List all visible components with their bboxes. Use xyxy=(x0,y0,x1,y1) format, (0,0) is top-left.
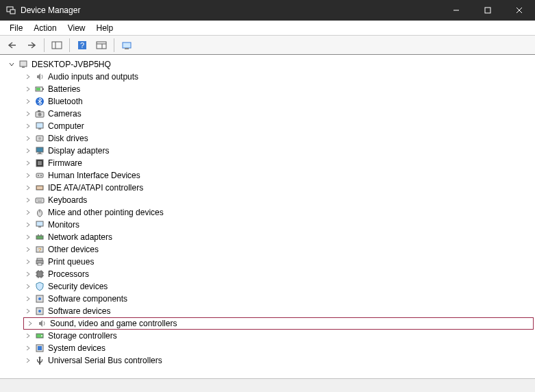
tree-item[interactable]: Software devices xyxy=(23,305,534,317)
statusbar xyxy=(0,378,535,392)
network-icon xyxy=(34,232,45,243)
tree-item-label: Monitors xyxy=(48,220,79,230)
menu-file[interactable]: File xyxy=(4,22,28,34)
scan-hardware-button[interactable] xyxy=(119,38,135,53)
chevron-right-icon[interactable] xyxy=(23,208,33,217)
tree-item[interactable]: Batteries xyxy=(23,83,534,95)
toolbar: ? xyxy=(0,36,535,55)
menu-action[interactable]: Action xyxy=(28,22,62,34)
tree-item[interactable]: Display adapters xyxy=(23,145,534,157)
tree-item-label: Universal Serial Bus controllers xyxy=(48,356,162,365)
maximize-button[interactable] xyxy=(472,0,503,21)
tree-item[interactable]: Sound, video and game controllers xyxy=(23,317,534,330)
tree-item-label: Software devices xyxy=(48,306,110,316)
chevron-right-icon[interactable] xyxy=(23,158,33,168)
chevron-right-icon[interactable] xyxy=(23,72,33,82)
minimize-button[interactable] xyxy=(440,0,472,21)
computer-icon xyxy=(18,59,29,70)
tree-root-node[interactable]: DESKTOP-JVBP5HQ xyxy=(7,58,534,71)
svg-text:?: ? xyxy=(80,41,84,49)
chevron-right-icon[interactable] xyxy=(25,319,35,328)
bluetooth-icon xyxy=(34,96,45,107)
chevron-right-icon[interactable] xyxy=(23,183,33,193)
tree-item[interactable]: IDE ATA/ATAPI controllers xyxy=(23,182,534,194)
chevron-right-icon[interactable] xyxy=(23,257,33,267)
mouse-icon xyxy=(34,207,45,218)
device-manager-icon xyxy=(5,5,16,16)
chevron-right-icon[interactable] xyxy=(23,306,33,316)
tree-item[interactable]: Computer xyxy=(23,120,534,132)
tree-item-label: Other devices xyxy=(48,245,99,254)
tree-item-label: Software components xyxy=(48,294,127,304)
tree-item-label: Human Interface Devices xyxy=(48,171,140,180)
window-title: Device Manager xyxy=(21,5,80,15)
tree-item[interactable]: Other devices xyxy=(23,243,534,256)
chevron-right-icon[interactable] xyxy=(23,245,33,254)
chevron-right-icon[interactable] xyxy=(23,269,33,279)
tree-root-label: DESKTOP-JVBP5HQ xyxy=(32,60,111,69)
tree-item[interactable]: Keyboards xyxy=(23,194,534,206)
tree-item-label: Firmware xyxy=(48,158,82,168)
chevron-right-icon[interactable] xyxy=(23,232,33,242)
usb-icon xyxy=(34,355,45,366)
tree-item-label: Bluetooth xyxy=(48,97,83,106)
menu-help[interactable]: Help xyxy=(91,22,119,34)
tree-item-label: Audio inputs and outputs xyxy=(48,72,138,82)
chevron-right-icon[interactable] xyxy=(23,195,33,205)
svg-rect-13 xyxy=(123,42,131,48)
chevron-right-icon[interactable] xyxy=(23,109,33,119)
chevron-right-icon[interactable] xyxy=(23,171,33,180)
tree-item-label: Disk drives xyxy=(48,134,88,143)
forward-button[interactable] xyxy=(23,38,40,53)
tree-item[interactable]: Human Interface Devices xyxy=(23,169,534,182)
device-tree-panel: DESKTOP-JVBP5HQ Audio inputs and outputs… xyxy=(0,55,535,378)
tree-item[interactable]: Firmware xyxy=(23,157,534,169)
chevron-right-icon[interactable] xyxy=(23,134,33,143)
tree-item[interactable]: Network adapters xyxy=(23,231,534,243)
chevron-right-icon[interactable] xyxy=(23,343,33,353)
chevron-right-icon[interactable] xyxy=(23,331,33,341)
tree-item[interactable]: Monitors xyxy=(23,219,534,231)
svg-rect-6 xyxy=(52,42,62,49)
security-icon xyxy=(34,281,45,292)
chevron-right-icon[interactable] xyxy=(23,294,33,304)
chevron-right-icon[interactable] xyxy=(23,84,33,94)
close-button[interactable] xyxy=(503,0,535,21)
tree-item[interactable]: System devices xyxy=(23,342,534,354)
svg-rect-15 xyxy=(20,61,27,66)
help-button[interactable]: ? xyxy=(74,38,90,53)
chevron-down-icon[interactable] xyxy=(7,60,16,69)
tree-item-label: Cameras xyxy=(48,109,82,119)
tree-item[interactable]: Bluetooth xyxy=(23,95,534,108)
tree-item-label: Sound, video and game controllers xyxy=(50,319,177,328)
tree-item[interactable]: Audio inputs and outputs xyxy=(23,71,534,83)
tree-item[interactable]: Security devices xyxy=(23,280,534,293)
tree-item-label: Network adapters xyxy=(48,232,112,242)
back-button[interactable] xyxy=(4,38,21,53)
chevron-right-icon[interactable] xyxy=(23,220,33,230)
tree-item[interactable]: Cameras xyxy=(23,108,534,120)
tree-item[interactable]: Storage controllers xyxy=(23,330,534,342)
disk-icon xyxy=(34,133,45,144)
chevron-right-icon[interactable] xyxy=(23,356,33,365)
tree-item[interactable]: Software components xyxy=(23,293,534,305)
tree-item[interactable]: Mice and other pointing devices xyxy=(23,206,534,219)
computer-icon xyxy=(34,121,45,132)
audio-icon xyxy=(34,71,45,82)
battery-icon xyxy=(34,84,45,95)
monitor-icon xyxy=(34,219,45,230)
chevron-right-icon[interactable] xyxy=(23,282,33,291)
tree-item[interactable]: Print queues xyxy=(23,256,534,268)
tree-item[interactable]: Processors xyxy=(23,268,534,280)
chevron-right-icon[interactable] xyxy=(23,146,33,156)
svg-rect-1 xyxy=(10,10,15,14)
sound-icon xyxy=(36,318,47,329)
tree-item-label: Keyboards xyxy=(48,195,87,205)
chevron-right-icon[interactable] xyxy=(23,121,33,131)
chevron-right-icon[interactable] xyxy=(23,97,33,106)
properties-button[interactable] xyxy=(93,38,110,53)
tree-item[interactable]: Disk drives xyxy=(23,132,534,145)
menu-view[interactable]: View xyxy=(62,22,91,34)
show-hide-console-tree-button[interactable] xyxy=(49,38,65,53)
tree-item[interactable]: Universal Serial Bus controllers xyxy=(23,354,534,367)
